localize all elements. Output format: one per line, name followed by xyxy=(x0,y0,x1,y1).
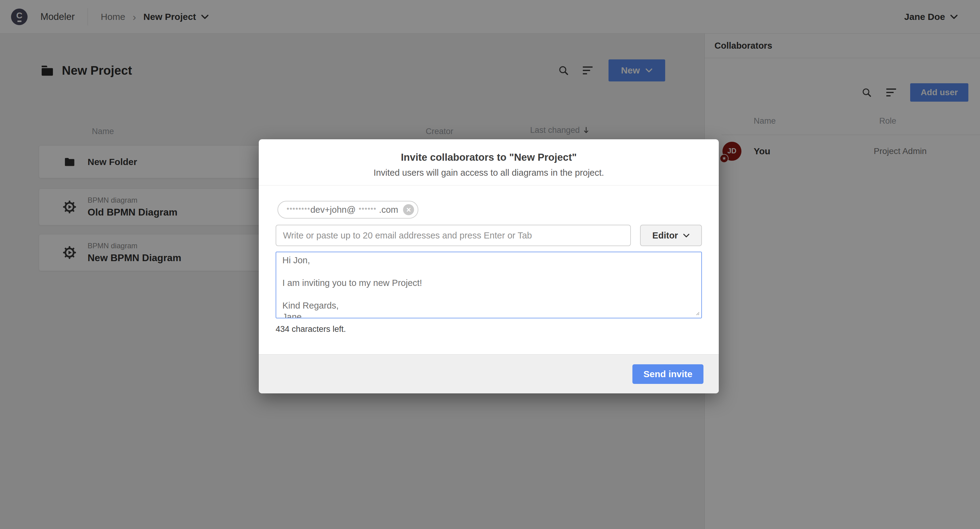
characters-left-counter: 434 characters left. xyxy=(275,324,702,334)
message-area: Hi Jon, I am inviting you to my new Proj… xyxy=(275,252,702,318)
modal-header: Invite collaborators to "New Project" In… xyxy=(259,139,719,186)
invite-collaborators-modal: Invite collaborators to "New Project" In… xyxy=(259,139,719,393)
role-select-value: Editor xyxy=(652,230,678,241)
chevron-down-icon xyxy=(683,233,690,238)
invite-message-textarea[interactable]: Hi Jon, I am inviting you to my new Proj… xyxy=(275,252,702,318)
email-masked-domain: ****** xyxy=(359,206,376,213)
email-visible-part: dev+john@ xyxy=(310,205,356,215)
email-input-row: Editor xyxy=(275,225,702,246)
email-chip-row: ******** dev+john@ ****** .com × xyxy=(275,201,702,219)
modal-body: ******** dev+john@ ****** .com × Editor … xyxy=(259,186,719,354)
resize-handle-icon[interactable] xyxy=(695,310,700,315)
modal-title: Invite collaborators to "New Project" xyxy=(259,151,719,163)
modal-footer: Send invite xyxy=(259,354,719,393)
email-chip: ******** dev+john@ ****** .com × xyxy=(277,201,418,219)
email-input[interactable] xyxy=(275,225,631,246)
email-masked-prefix: ******** xyxy=(286,206,310,213)
send-invite-button[interactable]: Send invite xyxy=(632,364,703,384)
email-suffix: .com xyxy=(379,205,398,215)
close-icon: × xyxy=(406,205,411,214)
modal-subtitle: Invited users will gain access to all di… xyxy=(259,168,719,178)
app-root: C Modeler Home › New Project Jane Doe xyxy=(0,0,980,529)
role-select[interactable]: Editor xyxy=(640,225,702,246)
remove-chip-button[interactable]: × xyxy=(403,204,414,215)
